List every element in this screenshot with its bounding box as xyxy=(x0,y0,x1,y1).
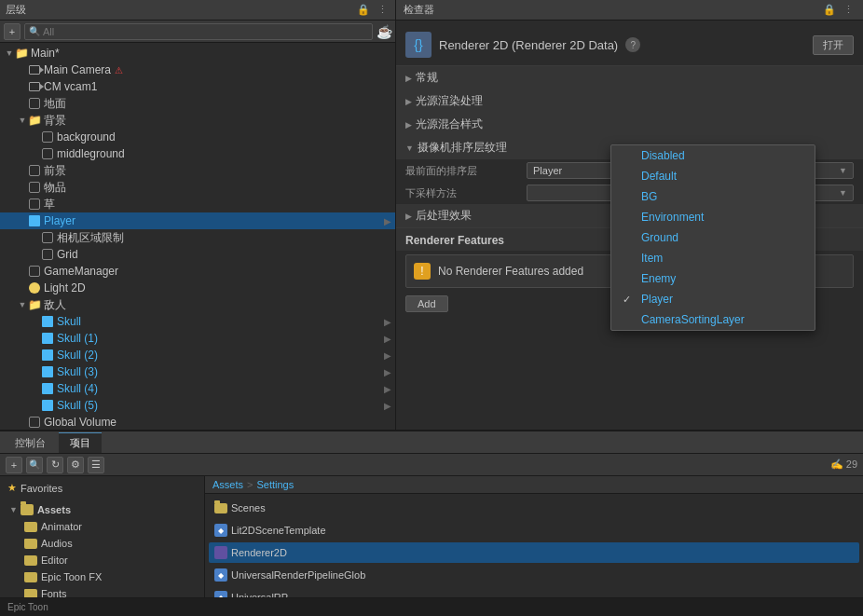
dropdown-item-bg[interactable]: ✓BG xyxy=(611,186,815,207)
dropdown-item-enemy[interactable]: ✓Enemy xyxy=(611,268,815,289)
assets-tree-items: AnimatorAudiosEditorEpic Toon FXFontsMat… xyxy=(7,518,197,597)
tree-item-cao[interactable]: 草 xyxy=(0,196,395,212)
dropdown-item-label-environment: Environment xyxy=(641,211,704,224)
tree-label-player: Player xyxy=(44,214,75,227)
file-item-scenes[interactable]: Scenes xyxy=(209,498,859,518)
tree-item-vcam[interactable]: CM vcam1 xyxy=(0,78,395,95)
tree-icon-bg: 📁 xyxy=(28,114,41,127)
tree-item-skull[interactable]: Skull▶ xyxy=(0,313,395,330)
lock-icon-inspector[interactable]: 🔒 xyxy=(822,3,837,18)
dropdown-item-disabled[interactable]: ✓Disabled xyxy=(611,145,815,166)
assets-item-epic-toon-fx[interactable]: Epic Toon FX xyxy=(7,568,197,585)
breadcrumb-assets[interactable]: Assets xyxy=(212,479,243,490)
tree-icon-qjing xyxy=(28,164,41,177)
tree-arrow-qjing xyxy=(17,165,28,176)
hierarchy-title: 层级 xyxy=(6,3,26,17)
tree-item-qjing[interactable]: 前景 xyxy=(0,162,395,179)
star-icon: ★ xyxy=(7,482,17,494)
tree-label-light2d: Light 2D xyxy=(44,281,86,294)
tab-控制台[interactable]: 控制台 xyxy=(4,432,57,453)
dropdown-item-player[interactable]: ✓Player xyxy=(611,289,815,309)
bottom-search-btn[interactable]: 🔍 xyxy=(26,457,43,473)
dropdown-item-environment[interactable]: ✓Environment xyxy=(611,207,815,227)
bottom-add-btn[interactable]: + xyxy=(6,457,22,473)
file-item-lit2dscenetemplate[interactable]: ◆Lit2DSceneTemplate xyxy=(209,520,859,541)
tree-item-skull3[interactable]: Skull (3)▶ xyxy=(0,363,395,380)
check-mark-player: ✓ xyxy=(623,294,636,306)
tree-item-grid[interactable]: Grid xyxy=(0,246,395,263)
file-label-lit2dscenetemplate: Lit2DSceneTemplate xyxy=(231,525,326,536)
tree-item-skull1[interactable]: Skull (1)▶ xyxy=(0,330,395,347)
breadcrumb-settings[interactable]: Settings xyxy=(256,479,294,490)
tree-label-camera_limit: 相机区域限制 xyxy=(57,230,124,246)
dropdown-item-ground[interactable]: ✓Ground xyxy=(611,227,815,248)
file-item-renderer2d[interactable]: Renderer2D xyxy=(209,542,859,563)
tree-item-main[interactable]: ▼📁Main* xyxy=(0,45,395,62)
tree-item-globalvol[interactable]: Global Volume xyxy=(0,414,395,430)
assets-item-animator[interactable]: Animator xyxy=(7,518,197,535)
status-bar: Epic Toon xyxy=(0,597,863,616)
tree-arrow-gamemanager xyxy=(17,266,28,277)
section-changgui[interactable]: ▶ 常规 xyxy=(396,66,863,89)
section-guangyuan[interactable]: ▶ 光源渲染处理 xyxy=(396,89,863,113)
file-grid: Scenes◆Lit2DSceneTemplateRenderer2D◆Univ… xyxy=(205,494,863,597)
tree-item-skull5[interactable]: Skull (5)▶ xyxy=(0,397,395,414)
sorting-layer-dropdown-popup[interactable]: ✓Disabled✓Default✓BG✓Environment✓Ground✓… xyxy=(610,144,815,331)
status-text: Epic Toon xyxy=(7,602,48,612)
tree-item-player[interactable]: Player▶ xyxy=(0,212,395,229)
tree-item-light2d[interactable]: Light 2D xyxy=(0,280,395,296)
tree-item-background[interactable]: background xyxy=(0,129,395,145)
dropdown-item-camerasortinglayer[interactable]: ✓CameraSortingLayer xyxy=(611,309,815,330)
tree-label-skull1: Skull (1) xyxy=(57,332,98,345)
scene-tree: ▼📁Main*Main CameraCM vcam1地面▼📁背景backgrou… xyxy=(0,43,395,430)
renderer-features-title: Renderer Features xyxy=(405,234,504,247)
dropdown-item-label-ground: Ground xyxy=(641,231,678,244)
tree-right-arrow-skull3: ▶ xyxy=(384,367,391,377)
bottom-view-btn[interactable]: ☰ xyxy=(88,457,104,473)
file-label-universalrenderpipelineglob: UniversalRenderPipelineGlob xyxy=(231,569,365,581)
scene-icon[interactable]: ☕ xyxy=(377,24,391,39)
tree-item-maincam[interactable]: Main Camera xyxy=(0,62,395,78)
tree-item-gamemanager[interactable]: GameManager xyxy=(0,263,395,280)
section-guangyuan2[interactable]: ▶ 光源混合样式 xyxy=(396,113,863,136)
folder-icon-epic toon fx xyxy=(24,572,37,582)
file-item-universalrp[interactable]: ◆UniversalRP xyxy=(209,587,859,597)
menu-icon[interactable]: ⋮ xyxy=(375,3,390,18)
dropdown-item-item[interactable]: ✓Item xyxy=(611,248,815,268)
lock-icon[interactable]: 🔒 xyxy=(356,3,371,18)
tree-icon-vcam xyxy=(28,80,41,93)
tree-item-skull2[interactable]: Skull (2)▶ xyxy=(0,347,395,363)
menu-icon-inspector[interactable]: ⋮ xyxy=(841,3,856,18)
tree-icon-skull5 xyxy=(41,399,54,412)
bottom-settings-btn[interactable]: ⚙ xyxy=(67,457,84,473)
tree-item-ground[interactable]: 地面 xyxy=(0,95,395,112)
tree-arrow-maincam xyxy=(17,64,28,75)
tree-item-enemy[interactable]: ▼📁敌人 xyxy=(0,296,395,313)
add-renderer-feature-button[interactable]: Add xyxy=(405,295,448,312)
tree-label-maincam: Main Camera xyxy=(44,63,123,76)
tree-item-bg[interactable]: ▼📁背景 xyxy=(0,112,395,129)
assets-item-fonts[interactable]: Fonts xyxy=(7,585,197,597)
file-item-universalrenderpipelineglob[interactable]: ◆UniversalRenderPipelineGlob xyxy=(209,565,859,585)
tree-item-camera_limit[interactable]: 相机区域限制 xyxy=(0,229,395,246)
tree-label-skull3: Skull (3) xyxy=(57,365,98,378)
no-features-text: No Renderer Features added xyxy=(438,265,583,278)
tree-arrow-main: ▼ xyxy=(4,48,15,59)
help-icon[interactable]: ? xyxy=(625,37,640,52)
tree-icon-enemy: 📁 xyxy=(28,298,41,311)
assets-item-editor[interactable]: Editor xyxy=(7,552,197,568)
tree-arrow-skull5 xyxy=(30,400,41,411)
tree-item-middleground[interactable]: middleground xyxy=(0,145,395,162)
tree-item-wupin[interactable]: 物品 xyxy=(0,179,395,196)
add-button[interactable]: + xyxy=(4,23,21,40)
tab-项目[interactable]: 项目 xyxy=(59,432,102,453)
tree-item-skull4[interactable]: Skull (4)▶ xyxy=(0,380,395,397)
assets-section-header[interactable]: ▼ Assets xyxy=(7,501,197,518)
assets-item-label-fonts: Fonts xyxy=(41,588,67,597)
assets-item-audios[interactable]: Audios xyxy=(7,535,197,552)
open-button[interactable]: 打开 xyxy=(813,35,854,55)
dropdown-item-default[interactable]: ✓Default xyxy=(611,166,815,186)
tree-arrow-cao xyxy=(17,198,28,210)
tree-arrow-vcam xyxy=(17,81,28,92)
bottom-refresh-btn[interactable]: ↻ xyxy=(47,457,63,473)
